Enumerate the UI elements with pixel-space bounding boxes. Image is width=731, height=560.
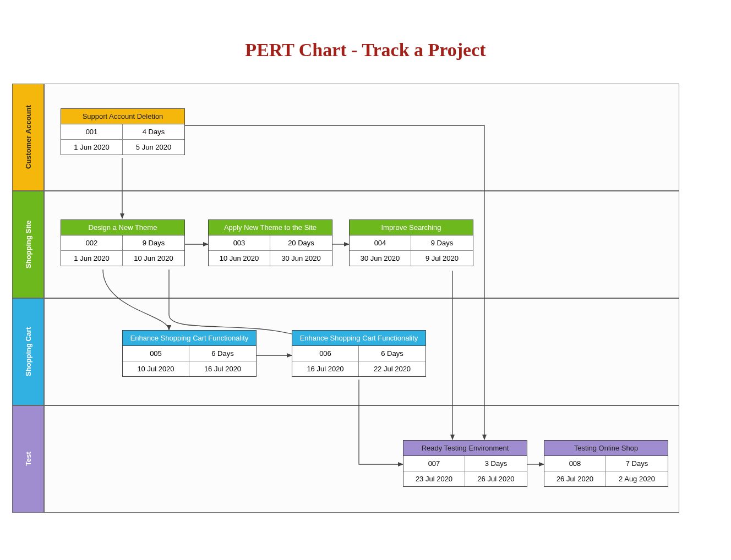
task-006-title: Enhance Shopping Cart Functionality bbox=[292, 331, 425, 346]
task-003-title: Apply New Theme to the Site bbox=[209, 220, 332, 235]
task-003: Apply New Theme to the Site 003 20 Days … bbox=[208, 219, 332, 266]
pert-chart: Customer Account Shopping Site Shopping … bbox=[12, 84, 679, 513]
task-005-id: 005 bbox=[123, 346, 189, 361]
task-004-title: Improve Searching bbox=[350, 220, 473, 235]
task-004-duration: 9 Days bbox=[411, 235, 473, 250]
task-006-start: 16 Jul 2020 bbox=[292, 361, 359, 376]
task-003-duration: 20 Days bbox=[270, 235, 332, 250]
task-007-id: 007 bbox=[403, 456, 465, 471]
task-002-end: 10 Jun 2020 bbox=[123, 251, 184, 266]
task-005-title: Enhance Shopping Cart Functionality bbox=[123, 331, 256, 346]
task-004-id: 004 bbox=[350, 235, 411, 250]
task-008-start: 26 Jul 2020 bbox=[544, 471, 606, 486]
task-003-end: 30 Jun 2020 bbox=[270, 251, 332, 266]
task-001-duration: 4 Days bbox=[123, 124, 184, 139]
task-002: Design a New Theme 002 9 Days 1 Jun 2020… bbox=[61, 219, 185, 266]
lane-label-shopping-cart: Shopping Cart bbox=[12, 298, 44, 405]
task-008-id: 008 bbox=[544, 456, 606, 471]
task-008: Testing Online Shop 008 7 Days 26 Jul 20… bbox=[544, 440, 668, 487]
task-003-start: 10 Jun 2020 bbox=[209, 251, 270, 266]
task-005-duration: 6 Days bbox=[189, 346, 256, 361]
task-001: Support Account Deletion 001 4 Days 1 Ju… bbox=[61, 108, 185, 155]
task-007-duration: 3 Days bbox=[465, 456, 527, 471]
task-008-title: Testing Online Shop bbox=[544, 441, 668, 456]
task-005-start: 10 Jul 2020 bbox=[123, 361, 189, 376]
task-006-end: 22 Jul 2020 bbox=[359, 361, 425, 376]
task-004-end: 9 Jul 2020 bbox=[411, 251, 473, 266]
task-003-id: 003 bbox=[209, 235, 270, 250]
task-007-start: 23 Jul 2020 bbox=[403, 471, 465, 486]
lane-label-customer-account: Customer Account bbox=[12, 84, 44, 191]
task-007-end: 26 Jul 2020 bbox=[465, 471, 527, 486]
task-008-duration: 7 Days bbox=[606, 456, 668, 471]
task-006: Enhance Shopping Cart Functionality 006 … bbox=[292, 330, 426, 377]
task-001-end: 5 Jun 2020 bbox=[123, 140, 184, 155]
task-007-title: Ready Testing Environment bbox=[403, 441, 527, 456]
lane-label-shopping-site: Shopping Site bbox=[12, 191, 44, 298]
task-001-title: Support Account Deletion bbox=[61, 109, 184, 124]
task-004: Improve Searching 004 9 Days 30 Jun 2020… bbox=[349, 219, 473, 266]
task-002-duration: 9 Days bbox=[123, 235, 184, 250]
task-005-end: 16 Jul 2020 bbox=[189, 361, 256, 376]
task-001-id: 001 bbox=[61, 124, 123, 139]
task-007: Ready Testing Environment 007 3 Days 23 … bbox=[403, 440, 527, 487]
task-008-end: 2 Aug 2020 bbox=[606, 471, 668, 486]
task-006-id: 006 bbox=[292, 346, 359, 361]
task-002-start: 1 Jun 2020 bbox=[61, 251, 123, 266]
task-006-duration: 6 Days bbox=[359, 346, 425, 361]
page-title: PERT Chart - Track a Project bbox=[0, 40, 731, 61]
task-002-title: Design a New Theme bbox=[61, 220, 184, 235]
task-001-start: 1 Jun 2020 bbox=[61, 140, 123, 155]
task-002-id: 002 bbox=[61, 235, 123, 250]
task-005: Enhance Shopping Cart Functionality 005 … bbox=[122, 330, 257, 377]
lane-label-test: Test bbox=[12, 405, 44, 513]
task-004-start: 30 Jun 2020 bbox=[350, 251, 411, 266]
